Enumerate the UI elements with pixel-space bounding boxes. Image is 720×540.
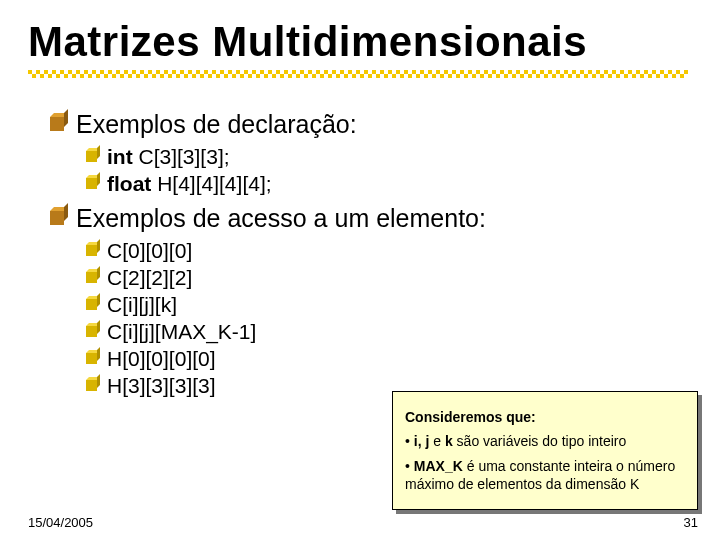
callout-line: • MAX_K é uma constante inteira o número… (405, 457, 685, 493)
list-item: float H[4][4][4][4]; (86, 172, 692, 196)
slide-title: Matrizes Multidimensionais (28, 18, 692, 66)
bullet-cube-icon (86, 326, 97, 337)
bullet-cube-icon (50, 117, 64, 131)
section-heading-access: Exemplos de acesso a um elemento: (50, 204, 692, 233)
bullet-cube-icon (86, 245, 97, 256)
list-item-text: C[i][j][MAX_K-1] (107, 320, 256, 344)
bullet-cube-icon (86, 380, 97, 391)
bullet-cube-icon (50, 211, 64, 225)
callout-line: • i, j e k são variáveis do tipo inteiro (405, 432, 685, 450)
list-item-text: H[3][3][3][3] (107, 374, 216, 398)
list-item: C[0][0][0] (86, 239, 692, 263)
list-item-text: int C[3][3][3]; (107, 145, 230, 169)
footer-page-number: 31 (684, 515, 698, 530)
list-item: C[i][j][MAX_K-1] (86, 320, 692, 344)
bullet-cube-icon (86, 299, 97, 310)
section-heading-declaration: Exemplos de declaração: (50, 110, 692, 139)
list-item-text: C[i][j][k] (107, 293, 177, 317)
list-item-text: C[2][2][2] (107, 266, 192, 290)
list-item: H[0][0][0][0] (86, 347, 692, 371)
bullet-cube-icon (86, 272, 97, 283)
list-item-text: H[0][0][0][0] (107, 347, 216, 371)
slide: Matrizes Multidimensionais Exemplos de d… (0, 0, 720, 540)
list-item-text: C[0][0][0] (107, 239, 192, 263)
bullet-cube-icon (86, 178, 97, 189)
bullet-cube-icon (86, 151, 97, 162)
list-item: int C[3][3][3]; (86, 145, 692, 169)
callout-box: Consideremos que: • i, j e k são variáve… (392, 391, 698, 510)
bullet-cube-icon (86, 353, 97, 364)
callout-title: Consideremos que: (405, 408, 685, 426)
heading-text: Exemplos de acesso a um elemento: (76, 204, 486, 233)
list-item: C[2][2][2] (86, 266, 692, 290)
footer-date: 15/04/2005 (28, 515, 93, 530)
slide-body: Exemplos de declaração: int C[3][3][3]; … (28, 78, 692, 398)
title-underline (28, 70, 688, 78)
list-item-text: float H[4][4][4][4]; (107, 172, 272, 196)
list-item: C[i][j][k] (86, 293, 692, 317)
heading-text: Exemplos de declaração: (76, 110, 357, 139)
